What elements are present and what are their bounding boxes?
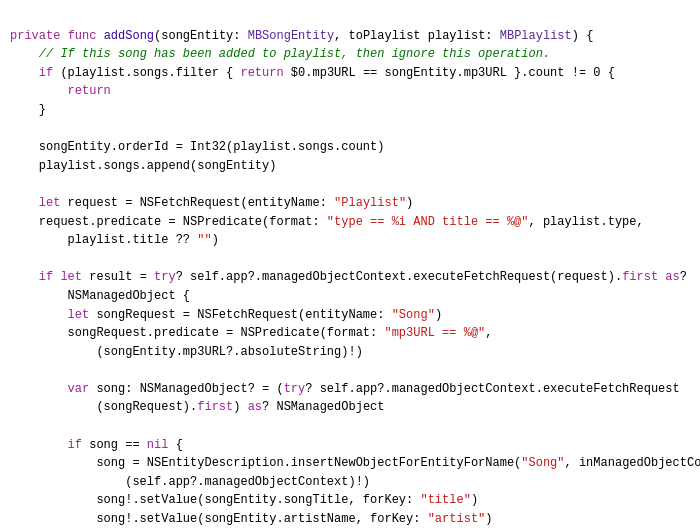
code-editor: private func addSong(songEntity: MBSongE…	[10, 8, 690, 530]
